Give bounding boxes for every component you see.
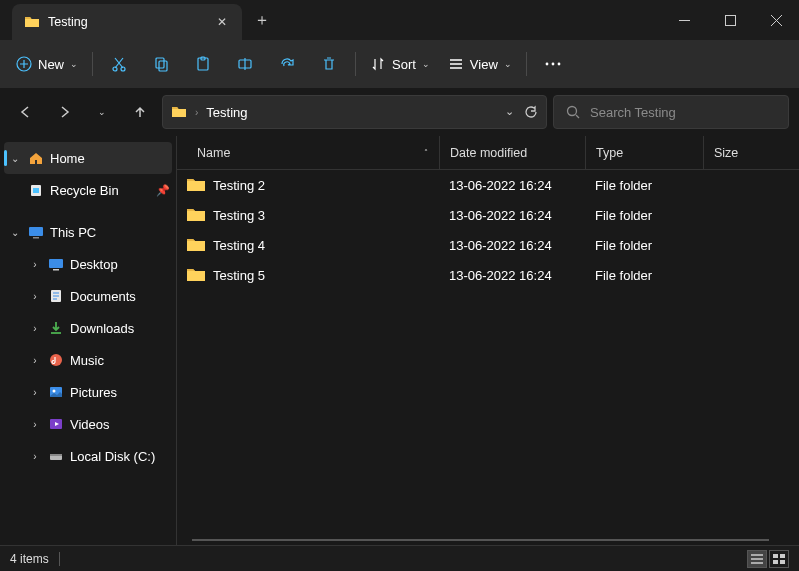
chevron-right-icon[interactable]: › [28, 419, 42, 430]
rename-icon [237, 56, 253, 72]
chevron-right-icon[interactable]: › [28, 355, 42, 366]
file-name: Testing 4 [213, 238, 265, 253]
more-icon [545, 62, 561, 66]
rename-button[interactable] [225, 46, 265, 82]
chevron-down-icon: ⌄ [504, 59, 512, 69]
sort-button[interactable]: Sort ⌄ [362, 46, 438, 82]
file-type: File folder [585, 238, 703, 253]
drive-icon [48, 448, 64, 464]
maximize-button[interactable] [707, 0, 753, 40]
svg-point-3 [113, 67, 117, 71]
file-name: Testing 5 [213, 268, 265, 283]
refresh-button[interactable] [524, 105, 538, 119]
close-button[interactable] [753, 0, 799, 40]
file-type: File folder [585, 268, 703, 283]
chevron-right-icon[interactable]: › [28, 259, 42, 270]
sidebar-item-pictures[interactable]: › Pictures [0, 376, 176, 408]
share-button[interactable] [267, 46, 307, 82]
svg-rect-30 [780, 560, 785, 564]
svg-point-13 [568, 107, 577, 116]
more-button[interactable] [533, 46, 573, 82]
file-date: 13-06-2022 16:24 [439, 238, 585, 253]
chevron-right-icon[interactable]: › [28, 291, 42, 302]
documents-icon [48, 288, 64, 304]
file-row[interactable]: Testing 413-06-2022 16:24File folder [177, 230, 799, 260]
separator [355, 52, 356, 76]
file-list: Testing 213-06-2022 16:24File folderTest… [177, 170, 799, 545]
file-type: File folder [585, 208, 703, 223]
videos-icon [48, 416, 64, 432]
thumbnails-view-toggle[interactable] [769, 550, 789, 568]
view-icon [448, 56, 464, 72]
delete-button[interactable] [309, 46, 349, 82]
file-date: 13-06-2022 16:24 [439, 178, 585, 193]
svg-point-21 [50, 354, 62, 366]
file-row[interactable]: Testing 213-06-2022 16:24File folder [177, 170, 799, 200]
column-label: Name [197, 146, 230, 160]
svg-point-11 [551, 63, 554, 66]
file-type: File folder [585, 178, 703, 193]
svg-point-12 [557, 63, 560, 66]
file-row[interactable]: Testing 513-06-2022 16:24File folder [177, 260, 799, 290]
new-label: New [38, 57, 64, 72]
column-label: Type [596, 146, 623, 160]
recent-dropdown[interactable]: ⌄ [86, 96, 118, 128]
separator [526, 52, 527, 76]
separator [59, 552, 60, 566]
navigation-pane: ⌄ Home Recycle Bin 📌 ⌄ This PC › Desktop [0, 136, 176, 545]
sidebar-item-music[interactable]: › Music [0, 344, 176, 376]
file-date: 13-06-2022 16:24 [439, 208, 585, 223]
sidebar-item-thispc[interactable]: ⌄ This PC [0, 216, 176, 248]
downloads-icon [48, 320, 64, 336]
sidebar-item-localdisk[interactable]: › Local Disk (C:) [0, 440, 176, 472]
sidebar-item-recycle[interactable]: Recycle Bin 📌 [0, 174, 176, 206]
view-button[interactable]: View ⌄ [440, 46, 520, 82]
file-date: 13-06-2022 16:24 [439, 268, 585, 283]
copy-button[interactable] [141, 46, 181, 82]
view-label: View [470, 57, 498, 72]
new-tab-button[interactable]: ＋ [242, 0, 282, 40]
back-button[interactable] [10, 96, 42, 128]
close-tab-icon[interactable]: ✕ [212, 12, 232, 32]
column-header-date[interactable]: Date modified [439, 136, 585, 169]
svg-rect-0 [679, 20, 690, 21]
minimize-button[interactable] [661, 0, 707, 40]
new-button[interactable]: New ⌄ [8, 46, 86, 82]
address-bar[interactable]: › Testing ⌄ [162, 95, 547, 129]
cut-button[interactable] [99, 46, 139, 82]
chevron-down-icon[interactable]: ⌄ [8, 153, 22, 164]
forward-button[interactable] [48, 96, 80, 128]
paste-button[interactable] [183, 46, 223, 82]
status-bar: 4 items [0, 545, 799, 571]
sidebar-item-documents[interactable]: › Documents [0, 280, 176, 312]
column-header-size[interactable]: Size [703, 136, 799, 169]
view-toggles [747, 550, 789, 568]
search-input[interactable] [590, 105, 776, 120]
horizontal-scrollbar[interactable] [192, 539, 769, 541]
chevron-right-icon[interactable]: › [28, 323, 42, 334]
sidebar-item-home[interactable]: ⌄ Home [4, 142, 172, 174]
address-dropdown[interactable]: ⌄ [505, 105, 514, 119]
sort-asc-icon: ˄ [424, 148, 428, 157]
details-view-toggle[interactable] [747, 550, 767, 568]
sidebar-item-downloads[interactable]: › Downloads [0, 312, 176, 344]
window-controls [661, 0, 799, 40]
column-header-type[interactable]: Type [585, 136, 703, 169]
file-row[interactable]: Testing 313-06-2022 16:24File folder [177, 200, 799, 230]
svg-point-10 [545, 63, 548, 66]
copy-icon [153, 56, 169, 72]
music-icon [48, 352, 64, 368]
column-header-name[interactable]: Name ˄ [177, 136, 439, 169]
folder-icon [187, 238, 205, 252]
sidebar-item-videos[interactable]: › Videos [0, 408, 176, 440]
separator [92, 52, 93, 76]
breadcrumb-item[interactable]: Testing [206, 105, 247, 120]
sidebar-item-desktop[interactable]: › Desktop [0, 248, 176, 280]
chevron-right-icon[interactable]: › [28, 387, 42, 398]
up-button[interactable] [124, 96, 156, 128]
chevron-down-icon[interactable]: ⌄ [8, 227, 22, 238]
tab-testing[interactable]: Testing ✕ [12, 4, 242, 40]
chevron-right-icon[interactable]: › [28, 451, 42, 462]
sort-icon [370, 56, 386, 72]
search-box[interactable] [553, 95, 789, 129]
